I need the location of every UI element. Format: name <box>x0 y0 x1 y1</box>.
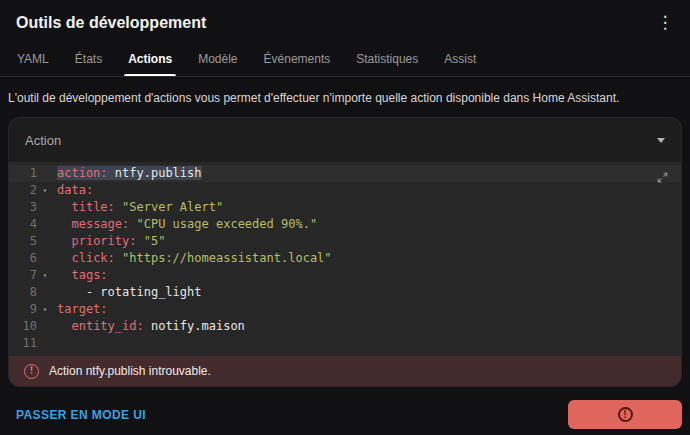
editor-gutter: 3 <box>9 199 57 216</box>
editor-gutter: 4 <box>9 216 57 233</box>
code-line-text <box>57 335 681 352</box>
code-line[interactable]: 3 title: "Server Alert" <box>9 199 681 216</box>
line-number: 3 <box>9 199 37 216</box>
code-line[interactable]: 2▾data: <box>9 182 681 199</box>
code-line-text: message: "CPU usage exceeded 90%." <box>57 216 681 233</box>
line-number: 7 <box>9 267 37 284</box>
code-line-text: tags: <box>57 267 681 284</box>
tab-actions[interactable]: Actions <box>115 42 185 76</box>
code-line-text: action: ntfy.publish <box>57 165 681 182</box>
tab-yaml[interactable]: YAML <box>4 42 62 76</box>
editor-gutter: 6 <box>9 250 57 267</box>
fold-spacer <box>37 165 53 182</box>
editor-gutter: 2▾ <box>9 182 57 199</box>
alert-circle-icon: ! <box>618 407 633 422</box>
fold-spacer <box>37 216 53 233</box>
expand-fullscreen-icon[interactable] <box>652 167 672 187</box>
code-line[interactable]: 8 - rotating_light <box>9 284 681 301</box>
line-number: 8 <box>9 284 37 301</box>
tab-statistiques[interactable]: Statistiques <box>343 42 431 76</box>
editor-gutter: 9▾ <box>9 301 57 318</box>
code-line[interactable]: 1action: ntfy.publish <box>9 165 681 182</box>
code-line-text: click: "https://homeassistant.local" <box>57 250 681 267</box>
code-line[interactable]: 10 entity_id: notify.maison <box>9 318 681 335</box>
code-line-text: target: <box>57 301 681 318</box>
fold-spacer <box>37 318 53 335</box>
code-line-text: - rotating_light <box>57 284 681 301</box>
fold-spacer <box>37 335 53 352</box>
action-card: Action 1action: ntfy.publish2▾data:3 tit… <box>8 117 682 387</box>
line-number: 5 <box>9 233 37 250</box>
line-number: 4 <box>9 216 37 233</box>
fold-chevron-icon[interactable]: ▾ <box>37 301 53 318</box>
fold-spacer <box>37 250 53 267</box>
yaml-code-editor[interactable]: 1action: ntfy.publish2▾data:3 title: "Se… <box>9 162 681 356</box>
fold-spacer <box>37 199 53 216</box>
editor-gutter: 8 <box>9 284 57 301</box>
code-line-text: title: "Server Alert" <box>57 199 681 216</box>
overflow-menu-icon[interactable]: ⋮ <box>654 13 676 33</box>
code-editor-lines: 1action: ntfy.publish2▾data:3 title: "Se… <box>9 165 681 352</box>
tab-modele[interactable]: Modèle <box>185 42 250 76</box>
fold-spacer <box>37 284 53 301</box>
error-banner: ! Action ntfy.publish introuvable. <box>9 356 681 386</box>
editor-gutter: 11 <box>9 335 57 352</box>
code-line-text: entity_id: notify.maison <box>57 318 681 335</box>
intro-text: L'outil de développement d'actions vous … <box>0 77 690 117</box>
tab-etats[interactable]: États <box>62 42 115 76</box>
error-message: Action ntfy.publish introuvable. <box>49 364 211 378</box>
fold-spacer <box>37 233 53 250</box>
code-line[interactable]: 5 priority: "5" <box>9 233 681 250</box>
tab-evenements[interactable]: Événements <box>251 42 344 76</box>
line-number: 11 <box>9 335 37 352</box>
editor-gutter: 10 <box>9 318 57 335</box>
developer-tools-page: Outils de développement ⋮ YAML États Act… <box>0 0 690 435</box>
code-line-text: priority: "5" <box>57 233 681 250</box>
tab-bar: YAML États Actions Modèle Événements Sta… <box>0 40 690 77</box>
line-number: 6 <box>9 250 37 267</box>
fold-chevron-icon[interactable]: ▾ <box>37 267 53 284</box>
footer-actions: PASSER EN MODE UI ! <box>0 387 690 429</box>
action-select[interactable]: Action <box>9 118 681 162</box>
app-header: Outils de développement ⋮ <box>0 0 690 40</box>
code-line[interactable]: 9▾target: <box>9 301 681 318</box>
editor-gutter: 7▾ <box>9 267 57 284</box>
editor-gutter: 5 <box>9 233 57 250</box>
page-title: Outils de développement <box>16 14 206 32</box>
code-line[interactable]: 4 message: "CPU usage exceeded 90%." <box>9 216 681 233</box>
code-line[interactable]: 11 <box>9 335 681 352</box>
line-number: 9 <box>9 301 37 318</box>
code-line[interactable]: 6 click: "https://homeassistant.local" <box>9 250 681 267</box>
code-line-text: data: <box>57 182 681 199</box>
editor-gutter: 1 <box>9 165 57 182</box>
tab-assist[interactable]: Assist <box>431 42 489 76</box>
perform-action-button[interactable]: ! <box>568 400 682 429</box>
line-number: 2 <box>9 182 37 199</box>
line-number: 10 <box>9 318 37 335</box>
chevron-down-icon <box>657 138 665 143</box>
alert-circle-icon: ! <box>24 364 39 379</box>
fold-chevron-icon[interactable]: ▾ <box>37 182 53 199</box>
code-line[interactable]: 7▾ tags: <box>9 267 681 284</box>
action-select-label: Action <box>25 133 61 148</box>
switch-to-ui-mode-button[interactable]: PASSER EN MODE UI <box>16 408 146 422</box>
line-number: 1 <box>9 165 37 182</box>
